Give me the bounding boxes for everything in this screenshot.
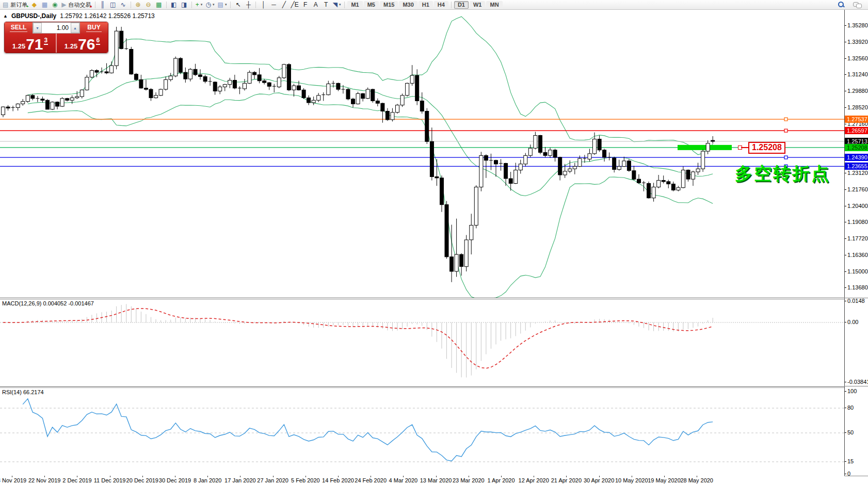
autotrading-icon: ▶	[61, 2, 66, 8]
date-label: 3 Nov 2019	[0, 477, 26, 483]
main-chart-canvas[interactable]	[0, 10, 844, 298]
chevron-down-icon: ▼	[36, 26, 39, 30]
equidistant-channel-icon: ╱E	[291, 2, 298, 8]
toolbar-separator	[230, 2, 231, 8]
time-axis[interactable]: 3 Nov 201922 Nov 20192 Dec 201911 Dec 20…	[0, 476, 844, 485]
timeframe-d1-button[interactable]: D1	[454, 1, 469, 9]
axis-tick-label: 1.35280	[847, 22, 868, 28]
price-callout-label[interactable]: 1.25208	[748, 142, 785, 154]
timeframe-h4-button[interactable]: H4	[434, 1, 448, 9]
date-label: 23 Mar 2020	[453, 477, 485, 483]
fibonacci-button[interactable]: F	[300, 1, 311, 9]
rsi-pane	[0, 387, 844, 477]
data-window-button[interactable]: ▦	[39, 1, 50, 9]
zoom-in-icon: ⊕	[136, 2, 141, 8]
templates-button[interactable]: ▤▾	[216, 1, 229, 9]
zoom-out-button[interactable]: ⊖	[143, 1, 154, 9]
axis-tick-label: 1.32560	[847, 55, 868, 61]
date-label: 22 Nov 2019	[28, 477, 60, 483]
periods-button[interactable]: ◷▾	[204, 1, 216, 9]
timeframe-m15-button[interactable]: M15	[380, 1, 398, 9]
navigator-button[interactable]: ◉	[50, 1, 60, 9]
autotrading-button[interactable]: ▶●自动交易	[60, 1, 92, 9]
line-chart-icon: ∿	[121, 2, 126, 8]
sell-price[interactable]: 1.25 71 3	[5, 34, 56, 53]
volume-decrease-button[interactable]: ▼	[33, 23, 42, 33]
timeframe-w1-button[interactable]: W1	[470, 1, 486, 9]
tile-windows-button[interactable]: ▦	[154, 1, 164, 9]
cursor-button[interactable]: ↖	[233, 1, 243, 9]
axis-tick-label: 1.33920	[847, 39, 868, 45]
chat-button[interactable]	[851, 1, 863, 9]
zoom-out-icon: ⊖	[146, 2, 151, 8]
date-label: 8 Jan 2020	[194, 477, 221, 483]
axis-tick-label: 0.0148	[847, 298, 865, 304]
arrange-windows-icon: ◧	[171, 2, 176, 8]
axis-tick	[845, 408, 846, 408]
indicators-button[interactable]: +▾	[194, 1, 204, 9]
zoom-in-button[interactable]: ⊕	[133, 1, 143, 9]
axis-tick	[845, 222, 846, 222]
sell-price-pips: 71	[26, 37, 43, 52]
date-label: 10 May 2020	[615, 477, 648, 483]
toolbar-separator	[131, 2, 131, 8]
chart-title: ▲ GBPUSD-,Daily 1.25792 1.26142 1.25526 …	[3, 12, 155, 20]
date-label: 30 Dec 2019	[159, 477, 191, 483]
axis-tick	[845, 25, 846, 26]
volume-spinner: ▼ 1.00 ▲	[33, 22, 80, 34]
candlestick-chart-button[interactable]: ◫	[108, 1, 118, 9]
axis-tick	[845, 238, 846, 239]
line-chart-button[interactable]: ∿	[118, 1, 128, 9]
rsi-canvas[interactable]	[0, 388, 844, 476]
new-order-icon: ▤	[3, 2, 8, 8]
timeframe-m30-button[interactable]: M30	[399, 1, 417, 9]
market-watch-button[interactable]: ◆	[29, 1, 39, 9]
timeframe-mn-button[interactable]: MN	[486, 1, 502, 9]
date-label: 11 Dec 2019	[94, 477, 126, 483]
horizontal-line-button[interactable]: ─	[268, 1, 279, 9]
toolbar-separator	[166, 2, 167, 8]
buy-button[interactable]: BUY	[80, 22, 108, 34]
collapse-panel-arrow-icon[interactable]: ▲	[3, 13, 8, 19]
price-level-badge: 1.24390	[845, 154, 868, 161]
vertical-line-button[interactable]: │	[258, 1, 268, 9]
autotrading-button-label: 自动交易	[69, 1, 91, 9]
sell-button[interactable]: SELL	[5, 22, 33, 34]
equidistant-channel-button[interactable]: ╱E	[289, 1, 300, 9]
date-label: 27 Jan 2020	[257, 477, 288, 483]
date-label: 5 Feb 2020	[291, 477, 320, 483]
date-label: 2 Dec 2019	[62, 477, 91, 483]
sell-price-point: 3	[44, 37, 49, 45]
arrows-button[interactable]: ◥▾	[331, 1, 343, 9]
crosshair-button[interactable]: ┼	[243, 1, 253, 9]
buy-price-base: 1.25	[65, 42, 77, 50]
timeframe-m1-button[interactable]: M1	[347, 1, 362, 9]
volume-input[interactable]: 1.00	[42, 23, 71, 33]
timeframe-h1-button[interactable]: H1	[419, 1, 433, 9]
macd-canvas[interactable]	[0, 300, 844, 386]
data-window-icon: ▦	[42, 2, 47, 8]
date-label: 4 Mar 2020	[389, 477, 418, 483]
timeframe-m5-button[interactable]: M5	[364, 1, 379, 9]
price-axis[interactable]: 1.352801.339201.325601.312401.298801.285…	[844, 10, 868, 476]
text-label-button[interactable]: T	[321, 1, 331, 9]
axis-tick-label: 15	[847, 458, 854, 464]
chat-icon	[853, 2, 861, 8]
text-button[interactable]: A	[311, 1, 321, 9]
vertical-line-icon: │	[262, 2, 266, 8]
axis-tick-label: 1.15000	[847, 268, 868, 274]
axis-tick	[845, 391, 846, 392]
trendline-button[interactable]: ╱	[279, 1, 289, 9]
volume-increase-button[interactable]: ▲	[71, 23, 79, 33]
buy-price[interactable]: 1.25 76 6	[57, 34, 108, 53]
cascade-windows-button[interactable]: ◨	[179, 1, 189, 9]
crosshair-icon: ┼	[246, 2, 251, 8]
tile-windows-icon: ▦	[156, 2, 162, 8]
toolbar-separator	[191, 2, 192, 8]
indicators-icon: +	[196, 2, 199, 8]
bar-chart-button[interactable]: ║	[98, 1, 108, 9]
trendline-icon: ╱	[282, 2, 286, 8]
search-button[interactable]	[836, 1, 846, 9]
new-order-button[interactable]: ▤+新订单	[1, 1, 29, 9]
arrange-windows-button[interactable]: ◧	[169, 1, 179, 9]
